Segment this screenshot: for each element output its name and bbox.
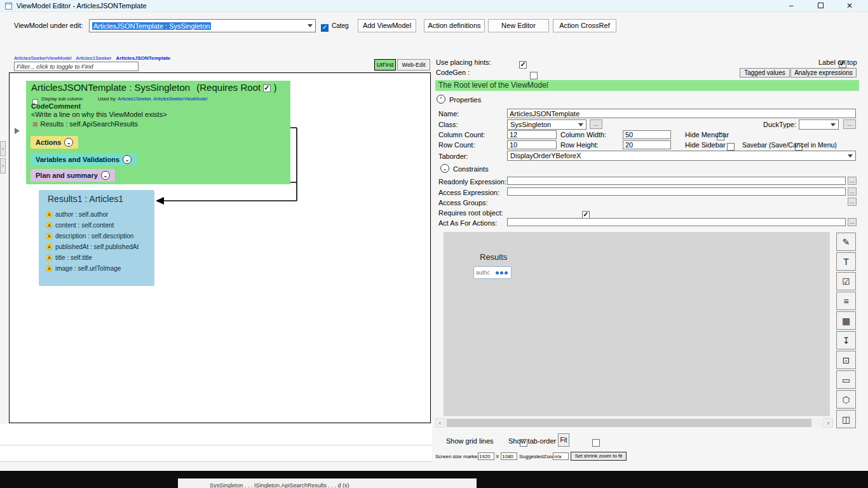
scroll-right-icon[interactable]: ›	[824, 418, 833, 428]
title-bar[interactable]: ViewModel Editor - ArticlesJSONTemplate …	[0, 0, 868, 12]
import-tool-icon[interactable]: ↧	[836, 331, 856, 349]
layout-preview[interactable]: Results authc	[444, 232, 830, 416]
readonly-expression-input[interactable]	[507, 177, 846, 185]
taborder-combobox[interactable]: DisplayOrderYBeforeX	[507, 151, 856, 161]
breadcrumb-articlesjsontemplate[interactable]: ArticlesJSONTemplate	[116, 55, 171, 61]
text-tool-icon[interactable]: T	[836, 252, 856, 271]
add-viewmodel-button[interactable]: Add ViewModel	[358, 19, 416, 32]
variables-chevron-icon[interactable]: ⌄	[123, 155, 132, 164]
field-author[interactable]: Aauthor : self.author	[39, 209, 154, 220]
package-tool-icon[interactable]: ⬡	[836, 390, 856, 409]
used-by-label: Used by:	[98, 96, 117, 102]
plan-chevron-icon[interactable]: ⌄	[101, 171, 110, 180]
codegen-checkbox[interactable]	[530, 72, 538, 79]
hide-sidebar-checkbox[interactable]	[727, 143, 735, 151]
set-shrink-zoom-button[interactable]: Set shrink zoom to fit	[571, 452, 627, 461]
maximize-button[interactable]	[813, 1, 827, 11]
show-tab-order-checkbox[interactable]	[592, 439, 600, 447]
left-splitter-expand-button[interactable]: ›	[0, 141, 6, 156]
fit-button[interactable]: Fit	[558, 433, 569, 447]
plan-summary-section[interactable]: Plan and summary ⌄	[31, 169, 115, 182]
code-comment-value[interactable]: <Write a line on why this ViewModel exis…	[31, 111, 167, 118]
viewmodel-combobox[interactable]: ArticlesJSONTemplate : SysSingleton	[89, 19, 316, 32]
chevron-down-icon[interactable]	[831, 123, 836, 126]
requires-root-object-checkbox[interactable]	[582, 211, 590, 219]
selection-handles-icon[interactable]	[496, 266, 508, 277]
combobox-tool-icon[interactable]: ≡	[836, 292, 856, 310]
marker-width-input[interactable]	[478, 452, 494, 460]
edit-tool-icon[interactable]: ✎	[836, 233, 856, 251]
preview-horizontal-scrollbar[interactable]: ‹ ›	[435, 418, 833, 428]
field-title[interactable]: Atitle : self.title	[39, 252, 154, 263]
variables-validations-section[interactable]: Variables and Validations ⌄	[31, 153, 137, 166]
textbox-tool-icon[interactable]: ▭	[836, 370, 856, 389]
properties-collapse-icon[interactable]: ⌃	[437, 95, 445, 104]
name-input[interactable]	[507, 109, 856, 118]
suggested-zoom-label: SuggestedZoom	[519, 454, 557, 459]
field-image-label: image : self.urlToImage	[55, 265, 121, 272]
column-width-input[interactable]	[623, 130, 671, 139]
actions-chevron-icon[interactable]: ⌄	[64, 138, 73, 147]
filter-input[interactable]: Filter... click to toggle to Find	[14, 62, 139, 71]
analyze-expressions-button[interactable]: Analyze expressions	[790, 68, 857, 78]
suggested-zoom-input[interactable]	[553, 452, 569, 460]
act-as-ellipsis-button[interactable]: ...	[848, 218, 857, 226]
action-definitions-button[interactable]: Action definitions	[424, 19, 485, 32]
use-placing-hints-checkbox[interactable]	[519, 61, 527, 69]
ducktype-combobox[interactable]	[799, 119, 839, 130]
breadcrumb-articles1seeker[interactable]: Articles1Seeker	[76, 55, 111, 61]
chevron-down-icon[interactable]	[578, 123, 583, 126]
results1-node[interactable]: Results1 : Articles1 Aauthor : self.auth…	[39, 190, 154, 286]
close-button[interactable]: ✕	[843, 1, 857, 11]
access-expression-ellipsis-button[interactable]: ...	[848, 187, 857, 196]
grid-tool-icon[interactable]: ◫	[836, 410, 856, 428]
chevron-down-icon[interactable]	[848, 154, 853, 158]
class-combobox[interactable]: SysSingleton	[507, 119, 587, 130]
field-content[interactable]: Acontent : self.content	[39, 220, 154, 231]
access-expression-input[interactable]	[507, 187, 846, 196]
checkbox-tool-icon[interactable]: ☑	[836, 272, 856, 290]
breadcrumb-articlesseekerviewmodel[interactable]: ArticlesSeekerViewModel	[14, 55, 72, 61]
calendar-tool-icon[interactable]: ▦	[836, 311, 856, 330]
scrollbar-thumb[interactable]	[447, 419, 811, 427]
act-as-input[interactable]	[507, 218, 846, 226]
chevron-down-icon[interactable]	[308, 24, 313, 27]
field-image[interactable]: Aimage : self.urlToImage	[39, 263, 154, 274]
diagram-canvas[interactable]: ArticlesJSONTemplate : SysSingleton (Req…	[9, 72, 431, 423]
label-tool-icon[interactable]: ⊡	[836, 351, 856, 369]
web-edit-tab[interactable]: Web-Edit	[397, 59, 430, 71]
breadcrumb: ArticlesSeekerViewModel Articles1Seeker …	[14, 55, 170, 61]
used-by-links[interactable]: Articles1Seeker, ArticlesSeekerViewModel	[118, 96, 207, 102]
uifirst-button[interactable]: UIFirst	[374, 59, 396, 71]
class-ellipsis-button[interactable]: ...	[590, 119, 602, 129]
root-viewmodel-node[interactable]: ArticlesJSONTemplate : SysSingleton (Req…	[26, 81, 290, 184]
results1-field-list: Aauthor : self.author Acontent : self.co…	[39, 209, 154, 274]
constraints-collapse-icon[interactable]: ⌄	[440, 164, 449, 173]
requires-root-title-checkbox[interactable]	[263, 85, 271, 92]
results-reference-row[interactable]: ▦ Results : self.ApiSearchResults	[32, 120, 138, 128]
ducktype-ellipsis-button[interactable]: ...	[843, 119, 856, 129]
tagged-values-button[interactable]: Tagged values	[740, 68, 790, 78]
row-count-input[interactable]	[507, 140, 557, 149]
notes-strip	[0, 424, 432, 462]
field-publishedat[interactable]: ApublishedAt : self.publishedAt	[39, 241, 154, 252]
left-splitter-expand-button-2[interactable]: ›	[0, 158, 6, 173]
field-description[interactable]: Adescription : self.description	[39, 231, 154, 241]
actions-section[interactable]: Actions ⌄	[31, 136, 78, 149]
column-count-input[interactable]	[507, 130, 557, 139]
minimize-button[interactable]: –	[784, 1, 798, 11]
maximize-icon	[818, 3, 824, 8]
categ-checkbox[interactable]	[321, 24, 329, 32]
results1-node-title: Results1 : Articles1	[48, 194, 123, 204]
access-groups-label: Access Groups:	[438, 199, 488, 207]
taborder-label: Taborder:	[438, 152, 468, 160]
access-groups-ellipsis-button[interactable]: ...	[848, 198, 857, 206]
row-height-input[interactable]	[623, 140, 671, 149]
ducktype-label: DuckType:	[763, 121, 796, 128]
marker-height-input[interactable]	[501, 452, 517, 460]
new-editor-button[interactable]: New Editor	[488, 19, 549, 32]
action-crossref-button[interactable]: Action CrossRef	[553, 19, 616, 32]
readonly-ellipsis-button[interactable]: ...	[848, 177, 857, 185]
root-node-title-close: )	[274, 82, 277, 93]
scroll-left-icon[interactable]: ‹	[435, 418, 445, 428]
